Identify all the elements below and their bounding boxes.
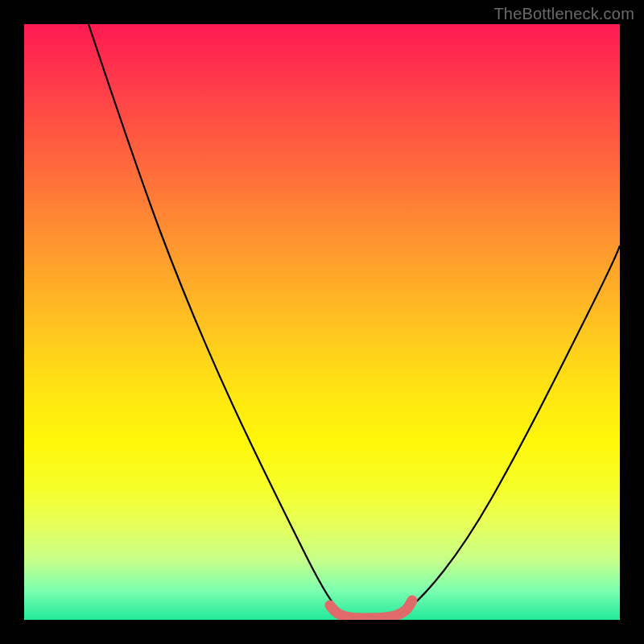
curve-left <box>89 24 342 613</box>
watermark-text: TheBottleneck.com <box>493 5 634 23</box>
bottom-highlight <box>330 601 412 618</box>
curve-right <box>402 246 620 613</box>
chart-svg <box>24 24 620 620</box>
chart-frame: TheBottleneck.com <box>0 0 644 644</box>
plot-area <box>24 24 620 620</box>
